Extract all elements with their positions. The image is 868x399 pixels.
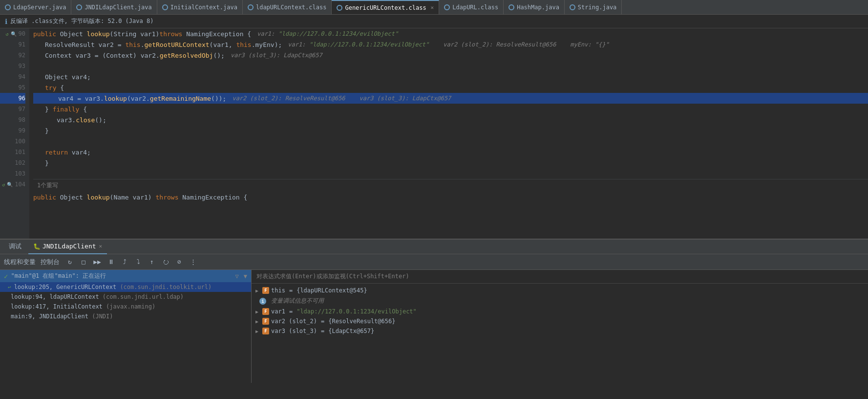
- info-text: 反编译 .class文件, 字节码版本: 52.0 (Java 8): [10, 17, 153, 25]
- tab-label-jndi: JNDILdapClient.java: [85, 4, 151, 11]
- tab-ldap-server[interactable]: LdapServer.java: [0, 0, 71, 14]
- type-icon-this: F: [262, 287, 269, 294]
- tab-jndi-ldap-client[interactable]: JNDILdapClient.java: [71, 0, 157, 14]
- stack-frame-1[interactable]: lookup:94, ldapURLContext (com.sun.jndi.…: [0, 292, 251, 302]
- debug-toolbar: 线程和变量 控制台 ↻ □ ▶▶ ⏸ ⤴ ⤵ ↑ ⭮ ⊘ ⋮: [0, 254, 868, 270]
- var-item-var2[interactable]: ▶ F var2 (slot_2) = {ResolveResult@656}: [252, 316, 868, 326]
- stack-frame-2[interactable]: lookup:417, InitialContext (javax.naming…: [0, 302, 251, 311]
- tab-ldap-url-class[interactable]: LdapURL.class: [439, 0, 504, 14]
- panel-tab-session-label: JNDILdapClient: [42, 243, 96, 250]
- code-line-102: }: [33, 157, 868, 168]
- stack-frame-list: ↩ lookup:205, GenericURLContext (com.sun…: [0, 282, 251, 383]
- code-line-93: [33, 61, 868, 71]
- toolbar-btn-step-out[interactable]: ↑: [147, 257, 157, 267]
- type-object-90: Object: [60, 30, 83, 38]
- code-line-104: public Object lookup(Name var1) throws N…: [33, 192, 868, 202]
- kw-public-90: public: [33, 30, 56, 38]
- toolbar-btn-pause[interactable]: ⏸: [106, 257, 116, 267]
- thread-header: ✓ "main"@1 在组"main": 正在运行 ▽ ▼: [0, 270, 251, 282]
- method-lookup-90: lookup: [87, 30, 110, 38]
- line-100: 100: [0, 136, 25, 147]
- return-icon-0: ↩: [8, 284, 11, 290]
- tab-initial-context[interactable]: InitialContext.java: [157, 0, 243, 14]
- panel-tab-jndi-session[interactable]: 🐛 JNDILdapClient ✕: [28, 240, 107, 254]
- editor-area: ↺ 🔍 90 91 92 93 94 95 96 97 98 99 100 10…: [0, 28, 868, 239]
- toolbar-label-console: 控制台: [41, 258, 60, 266]
- dropdown-arrow[interactable]: ▼: [244, 273, 247, 280]
- tab-label-ldapurl-class: LdapURL.class: [452, 4, 498, 11]
- tab-label-ldap-server: LdapServer.java: [13, 4, 66, 11]
- toolbar-btn-restart[interactable]: ↻: [64, 257, 75, 267]
- line-104: ↺ 🔍 104: [0, 179, 25, 190]
- line-93: 93: [0, 61, 25, 71]
- code-line-98: var3.close();: [33, 114, 868, 125]
- info-bar: ℹ 反编译 .class文件, 字节码版本: 52.0 (Java 8): [0, 15, 868, 28]
- panel-tab-debug[interactable]: 调试: [4, 240, 26, 254]
- expand-var1[interactable]: ▶: [255, 309, 258, 314]
- toolbar-label-threads: 线程和变量: [4, 258, 36, 266]
- tab-label-initial: InitialContext.java: [170, 4, 237, 11]
- expand-var2[interactable]: ▶: [255, 319, 258, 324]
- tab-string[interactable]: String.java: [565, 0, 622, 14]
- var-item-var1[interactable]: ▶ F var1 = "ldap://127.0.0.1:1234/evilOb…: [252, 307, 868, 316]
- toolbar-btn-resume[interactable]: ▶▶: [92, 257, 103, 267]
- toolbar-btn-step-into[interactable]: ⤵: [133, 257, 144, 267]
- code-line-94: Object var4;: [33, 71, 868, 82]
- breakpoint-icon-104[interactable]: ↺: [2, 182, 5, 187]
- var-value-var3: {LdapCtx@657}: [328, 328, 374, 334]
- tab-icon-hashmap: [508, 4, 514, 10]
- code-line-92: Context var3 = (Context) var2.getResolve…: [33, 50, 868, 61]
- code-line-96: var4 = var3.lookup(var2.getRemainingName…: [33, 93, 868, 104]
- panel-content: ✓ "main"@1 在组"main": 正在运行 ▽ ▼ ↩ lookup:2…: [0, 270, 868, 383]
- code-line-91: ResolveResult var2 = this.getRootURLCont…: [33, 39, 868, 50]
- expression-bar[interactable]: 对表达式求值(Enter)或添加监视(Ctrl+Shift+Enter): [252, 270, 868, 284]
- var-name-var1: var1: [271, 308, 285, 315]
- line-102: 102: [0, 157, 25, 168]
- filter-icon[interactable]: ▽: [235, 273, 239, 280]
- info-badge-icon: i: [259, 298, 266, 305]
- expand-this[interactable]: ▶: [255, 288, 258, 293]
- toolbar-btn-stop[interactable]: □: [78, 257, 89, 267]
- code-line-90: public Object lookup(String var1) throws…: [33, 28, 868, 39]
- frame-pkg-2: (javax.naming): [106, 303, 155, 310]
- frame-pkg-0: (com.sun.jndi.toolkit.url): [120, 284, 212, 290]
- toolbar-btn-step-over[interactable]: ⤴: [119, 257, 130, 267]
- line-92: 92: [0, 50, 25, 61]
- stack-frame-0[interactable]: ↩ lookup:205, GenericURLContext (com.sun…: [0, 282, 251, 292]
- tab-icon-jndi: [76, 4, 82, 10]
- code-line-95: try {: [33, 82, 868, 93]
- toolbar-btn-run-to-cursor[interactable]: ⭮: [160, 257, 171, 267]
- search-icon-104[interactable]: 🔍: [7, 182, 13, 187]
- debug-session-icon: 🐛: [33, 243, 41, 250]
- code-line-101: return var4;: [33, 147, 868, 157]
- tab-label-string: String.java: [578, 4, 616, 11]
- unavailable-text: 变量调试信息不可用: [271, 297, 324, 305]
- code-line-103: [33, 168, 868, 179]
- stack-frame-3[interactable]: main:9, JNDILdapClient (JNDI): [0, 311, 251, 321]
- toolbar-btn-mute[interactable]: ⊘: [174, 257, 185, 267]
- tab-icon-ldap-server: [5, 4, 11, 10]
- hint-90: var1: "ldap://127.0.0.1:1234/evilObject": [257, 30, 398, 37]
- thread-name: "main"@1 在组"main": 正在运行: [11, 272, 106, 280]
- type-icon-var2: F: [262, 318, 269, 325]
- tab-ldap-url-context[interactable]: ldapURLContext.class: [243, 0, 332, 14]
- tab-icon-generic: [337, 5, 342, 11]
- tab-generic-url-context[interactable]: GenericURLContext.class ✕: [332, 0, 439, 14]
- search-icon-90[interactable]: 🔍: [11, 31, 17, 37]
- hint-92: var3 (slot_3): LdapCtx@657: [231, 52, 322, 59]
- panel-tab-session-close[interactable]: ✕: [99, 243, 103, 249]
- var-item-var3[interactable]: ▶ F var3 (slot_3) = {LdapCtx@657}: [252, 326, 868, 336]
- code-line-97: } finally {: [33, 104, 868, 114]
- var-item-this[interactable]: ▶ F this = {ldapURLContext@545}: [252, 286, 868, 295]
- tab-close-generic[interactable]: ✕: [431, 4, 434, 11]
- panel-tab-bar: 调试 🐛 JNDILdapClient ✕: [0, 240, 868, 254]
- code-line-100: [33, 136, 868, 147]
- expand-var3[interactable]: ▶: [255, 329, 258, 334]
- line-98: 98: [0, 114, 25, 125]
- info-icon: ℹ: [5, 18, 7, 25]
- tab-hashmap[interactable]: HashMap.java: [504, 0, 565, 14]
- bottom-panel: 调试 🐛 JNDILdapClient ✕ 线程和变量 控制台 ↻ □ ▶▶ ⏸…: [0, 239, 868, 383]
- breakpoint-icon-90[interactable]: ↺: [6, 31, 9, 37]
- var-value-this: {ldapURLContext@545}: [296, 287, 367, 294]
- toolbar-btn-more[interactable]: ⋮: [188, 257, 198, 267]
